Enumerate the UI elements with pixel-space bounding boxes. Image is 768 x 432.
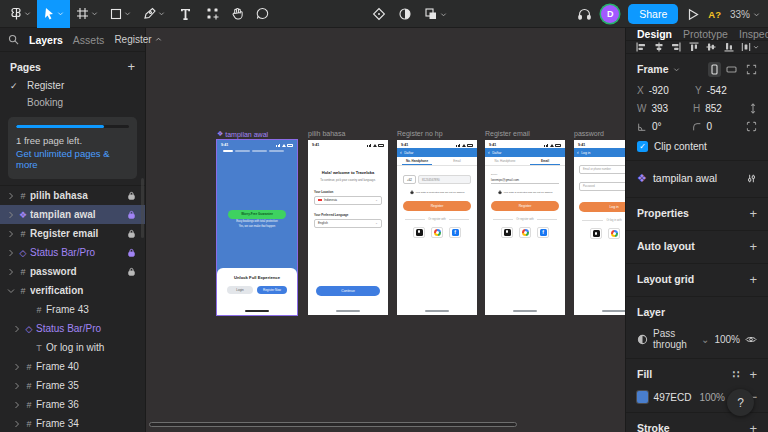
mockup-password[interactable]: 9:41 ‹ Log in Email or phone number Pass… (574, 140, 625, 315)
add-auto-layout-button[interactable]: + (749, 239, 757, 254)
frame-section-title[interactable]: Frame (637, 60, 669, 78)
chevron-right-icon[interactable] (6, 248, 16, 258)
layer-row-status-bar[interactable]: ◇ Status Bar/Pro (0, 243, 145, 262)
layer-row-tampilan-awal[interactable]: ❖ tampilan awal (0, 205, 145, 224)
tab-prototype[interactable]: Prototype (683, 28, 728, 40)
chevron-right-icon[interactable] (12, 419, 22, 429)
distribute-menu-icon[interactable] (740, 41, 759, 53)
visibility-eye-icon[interactable] (745, 335, 757, 344)
align-bottom-icon[interactable] (723, 41, 735, 53)
lock-icon[interactable] (127, 210, 137, 220)
frame-title-pilih-bahasa[interactable]: pilih bahasa (308, 130, 345, 137)
lock-icon[interactable] (127, 229, 137, 239)
add-property-button[interactable]: + (749, 206, 757, 221)
pen-tool-button[interactable] (137, 0, 171, 28)
tab-layers[interactable]: Layers (29, 34, 63, 46)
avatar[interactable]: D (601, 5, 619, 23)
chevron-right-icon[interactable] (6, 191, 16, 201)
y-position-field[interactable]: -542 (707, 85, 727, 96)
chevron-down-icon[interactable] (6, 286, 16, 296)
chevron-right-icon[interactable] (12, 362, 22, 372)
blend-mode-select[interactable]: Pass through (653, 328, 696, 350)
styles-icon[interactable]: ∷ (732, 368, 739, 381)
frame-title-register-email[interactable]: Register email (485, 130, 530, 137)
audio-call-button[interactable] (577, 7, 592, 21)
layer-row-frame-43[interactable]: # Frame 43 (0, 300, 145, 319)
align-right-icon[interactable] (670, 41, 682, 53)
tab-assets[interactable]: Assets (73, 34, 105, 46)
frame-title-tampilan-awal[interactable]: ❖ tampilan awal (217, 130, 268, 138)
tab-design[interactable]: Design (637, 28, 672, 40)
layer-row-frame-40[interactable]: # Frame 40 (0, 357, 145, 376)
align-top-icon[interactable] (688, 41, 700, 53)
canvas[interactable]: ❖ tampilan awal pilih bahasa Register no… (146, 28, 625, 432)
height-field[interactable]: 852 (705, 103, 722, 114)
mockup-register-email[interactable]: 9:41 ‹ Daftar No. Handphone Email Email … (485, 140, 565, 315)
layer-row-password[interactable]: # password (0, 262, 145, 281)
layer-row-frame-35[interactable]: # Frame 35 (0, 376, 145, 395)
main-menu-button[interactable] (0, 0, 37, 28)
tab-inspect[interactable]: Inspect (739, 28, 768, 40)
component-name[interactable]: tampilan awal (653, 172, 717, 184)
add-page-button[interactable]: + (127, 59, 135, 74)
resources-tool-button[interactable] (200, 0, 225, 28)
layer-row-verification[interactable]: # verification (0, 281, 145, 300)
horizontal-scrollbar[interactable] (149, 422, 517, 427)
rotation-field[interactable]: 0° (652, 121, 662, 132)
add-fill-button[interactable]: + (749, 367, 757, 382)
lock-icon[interactable] (127, 191, 137, 201)
layer-row-frame-34[interactable]: # Frame 34 (0, 414, 145, 432)
fill-hex-field[interactable]: 497ECD (654, 392, 692, 403)
comment-tool-button[interactable] (250, 0, 275, 28)
clip-content-checkbox[interactable]: ✓ (637, 141, 648, 152)
zoom-menu[interactable]: 33% (730, 9, 760, 20)
mockup-pilih-bahasa[interactable]: 9:41 Hola! welcome to Traveloka To conti… (308, 140, 388, 315)
search-icon[interactable] (8, 34, 19, 45)
hand-tool-button[interactable] (225, 0, 250, 28)
page-selector[interactable]: Register (114, 34, 161, 45)
boolean-operations-button[interactable] (418, 0, 453, 28)
page-item-register[interactable]: ✓ Register (0, 77, 145, 94)
layer-row-status-bar-child[interactable]: ◇ Status Bar/Pro (0, 319, 145, 338)
mockup-tampilan-awal[interactable]: 9:41 Worry-Free Guarantee Easy bookings … (217, 140, 297, 315)
upgrade-link[interactable]: Get unlimited pages & more (16, 148, 129, 170)
mask-button[interactable] (392, 0, 418, 28)
present-button[interactable] (687, 8, 699, 21)
landscape-orientation-button[interactable] (726, 66, 737, 73)
frame-title-register-no-hp[interactable]: Register no hp (397, 130, 443, 137)
constrain-proportions-icon[interactable] (749, 103, 757, 114)
chevron-right-icon[interactable] (12, 381, 22, 391)
chevron-right-icon[interactable] (6, 267, 16, 277)
align-horizontal-center-icon[interactable] (653, 41, 665, 53)
missing-fonts-badge[interactable]: A? (708, 9, 721, 20)
x-position-field[interactable]: -920 (649, 85, 669, 96)
chevron-right-icon[interactable] (12, 324, 22, 334)
text-tool-button[interactable] (171, 0, 200, 28)
layer-row-pilih-bahasa[interactable]: # pilih bahasa (0, 186, 145, 205)
help-button[interactable]: ? (727, 389, 754, 416)
layer-row-or-log-in-with[interactable]: T Or log in with (0, 338, 145, 357)
move-tool-button[interactable] (37, 0, 70, 28)
edit-object-button[interactable] (366, 0, 392, 28)
fill-opacity-field[interactable]: 100% (699, 392, 725, 403)
share-button[interactable]: Share (628, 4, 678, 24)
page-item-booking[interactable]: Booking (0, 94, 145, 111)
layer-row-register-email[interactable]: # Register email (0, 224, 145, 243)
shape-tool-button[interactable] (104, 0, 137, 28)
add-stroke-button[interactable]: + (749, 421, 757, 432)
frame-tool-button[interactable] (70, 0, 104, 28)
chevron-right-icon[interactable] (12, 400, 22, 410)
align-left-icon[interactable] (635, 41, 647, 53)
width-field[interactable]: 393 (651, 103, 668, 114)
align-vertical-center-icon[interactable] (705, 41, 717, 53)
fill-color-swatch[interactable] (637, 391, 648, 403)
frame-title-password[interactable]: password (574, 130, 604, 137)
independent-corners-icon[interactable] (746, 121, 757, 132)
component-config-icon[interactable] (746, 173, 757, 184)
add-layout-grid-button[interactable]: + (749, 272, 757, 287)
layer-opacity-field[interactable]: 100% (714, 334, 740, 345)
portrait-orientation-button[interactable] (708, 62, 721, 77)
corner-radius-field[interactable]: 0 (707, 121, 713, 132)
lock-icon[interactable] (127, 267, 137, 277)
resize-to-fit-icon[interactable] (746, 64, 757, 75)
